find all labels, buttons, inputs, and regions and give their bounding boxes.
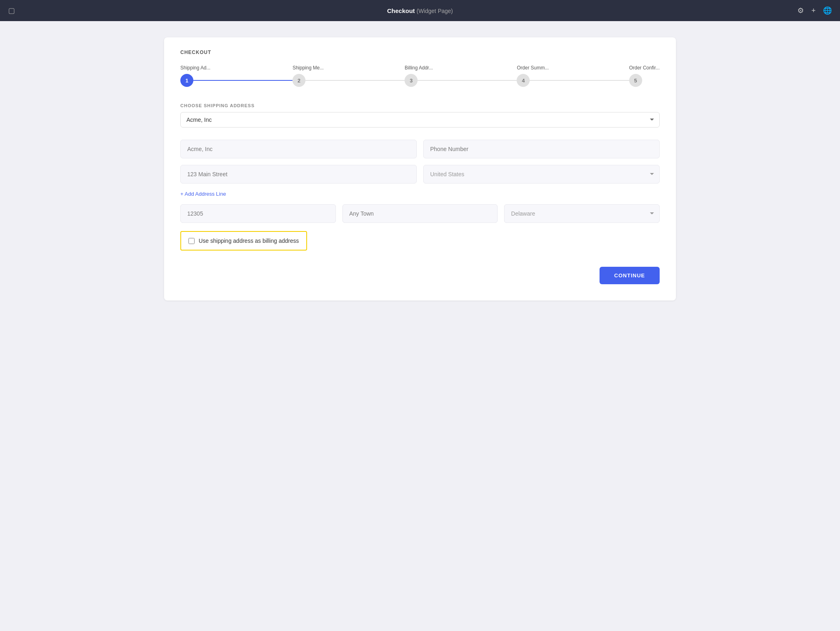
step-2-circle: 2 xyxy=(292,74,305,87)
zip-field[interactable] xyxy=(180,204,336,223)
step-4: Order Summ... 4 xyxy=(517,65,629,87)
step-5-label: Order Confir... xyxy=(629,65,660,71)
add-icon[interactable]: + xyxy=(811,6,816,15)
continue-button[interactable]: CONTINUE xyxy=(600,267,660,284)
billing-address-checkbox[interactable] xyxy=(188,238,195,244)
state-select[interactable]: Delaware xyxy=(504,204,660,223)
page-wrapper: CHECKOUT Shipping Ad... 1 Shipping Me...… xyxy=(0,21,840,317)
form-row-1 xyxy=(180,140,660,158)
card-title: CHECKOUT xyxy=(180,50,660,55)
company-field[interactable] xyxy=(180,140,417,158)
step-1-circle: 1 xyxy=(180,74,193,87)
globe-icon[interactable]: 🌐 xyxy=(823,6,832,15)
address-dropdown[interactable]: Acme, Inc xyxy=(180,112,660,127)
address-field[interactable] xyxy=(180,165,417,184)
form-footer: CONTINUE xyxy=(180,267,660,284)
city-field[interactable] xyxy=(342,204,498,223)
step-1: Shipping Ad... 1 xyxy=(180,65,292,87)
checkout-card: CHECKOUT Shipping Ad... 1 Shipping Me...… xyxy=(164,37,676,300)
step-3-circle: 3 xyxy=(405,74,418,87)
add-address-line[interactable]: + Add Address Line xyxy=(180,191,226,197)
topbar-left: ▢ xyxy=(8,6,15,15)
step-2: Shipping Me... 2 xyxy=(292,65,405,87)
country-select[interactable]: United States xyxy=(423,165,660,184)
settings-icon[interactable]: ⚙ xyxy=(797,6,804,15)
topbar: ▢ Checkout (Widget Page) ⚙ + 🌐 xyxy=(0,0,840,21)
section-label: CHOOSE SHIPPING ADDRESS xyxy=(180,103,660,108)
step-1-label: Shipping Ad... xyxy=(180,65,210,71)
step-3-label: Billing Addr... xyxy=(405,65,433,71)
billing-address-checkbox-label[interactable]: Use shipping address as billing address xyxy=(180,231,307,251)
step-3: Billing Addr... 3 xyxy=(405,65,517,87)
topbar-right: ⚙ + 🌐 xyxy=(797,6,832,15)
stepper: Shipping Ad... 1 Shipping Me... 2 xyxy=(180,65,660,87)
step-4-label: Order Summ... xyxy=(517,65,549,71)
step-5-circle: 5 xyxy=(629,74,642,87)
sidebar-toggle-icon[interactable]: ▢ xyxy=(8,6,15,15)
step-2-label: Shipping Me... xyxy=(292,65,324,71)
step-4-circle: 4 xyxy=(517,74,530,87)
step-5: Order Confir... 5 xyxy=(629,65,660,87)
phone-field[interactable] xyxy=(423,140,660,158)
form-row-2: United States xyxy=(180,165,660,184)
topbar-title: Checkout (Widget Page) xyxy=(387,7,453,14)
checkbox-label-text: Use shipping address as billing address xyxy=(199,238,299,244)
form-row-3: Delaware xyxy=(180,204,660,223)
